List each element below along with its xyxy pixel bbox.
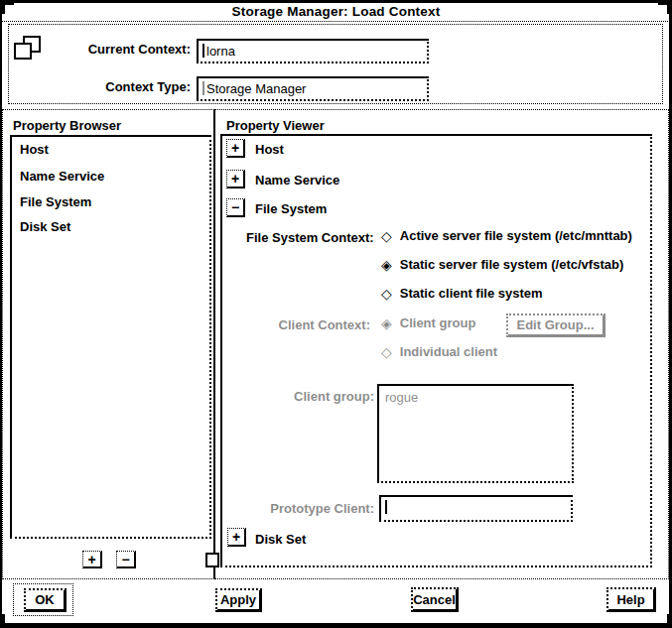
radio-diamond-icon: ◈	[381, 257, 392, 273]
tree-label-file-system[interactable]: File System	[255, 201, 327, 217]
browser-expand-all-button[interactable]: +	[82, 551, 102, 568]
context-type-label: Context Type:	[30, 79, 191, 95]
current-context-input[interactable]: lorna	[197, 39, 429, 63]
help-button[interactable]: Help	[606, 587, 656, 612]
apply-button[interactable]: Apply	[215, 588, 262, 612]
browser-item-host[interactable]: Host	[20, 142, 49, 158]
browser-collapse-all-button[interactable]: −	[116, 551, 136, 568]
text-cursor	[202, 44, 204, 58]
client-group-label: Client group:	[238, 389, 374, 405]
radio-diamond-icon: ◇	[381, 228, 392, 244]
tree-expand-host-button[interactable]: +	[226, 139, 245, 158]
titlebar-separator	[2, 21, 668, 22]
radio-client-group: ◈ Client group	[381, 315, 475, 331]
tree-label-name-service[interactable]: Name Service	[255, 173, 339, 188]
client-context-label: Client Context:	[238, 317, 370, 333]
property-browser-title: Property Browser	[13, 118, 121, 134]
prototype-client-input[interactable]	[379, 495, 573, 522]
prototype-client-label: Prototype Client:	[238, 501, 374, 517]
text-cursor	[202, 81, 204, 95]
window-border-top	[0, 0, 672, 3]
radio-diamond-icon: ◇	[381, 344, 392, 360]
radio-static-client-fs[interactable]: ◇ Static client file system	[381, 286, 543, 302]
current-context-label: Current Context:	[30, 42, 191, 58]
radio-individual-client: ◇ Individual client	[381, 344, 497, 360]
file-system-context-label: File System Context:	[246, 230, 374, 246]
tree-expand-disk-set-button[interactable]: +	[227, 528, 246, 547]
pane-divider	[213, 109, 215, 579]
current-context-value: lorna	[206, 44, 235, 59]
radio-label: Static client file system	[400, 286, 543, 302]
radio-label: Client group	[400, 315, 476, 331]
browser-item-name-service[interactable]: Name Service	[20, 169, 104, 185]
client-group-list: rogue	[377, 384, 574, 483]
radio-diamond-icon: ◇	[381, 286, 392, 302]
ok-button[interactable]: OK	[24, 588, 67, 612]
tree-label-disk-set[interactable]: Disk Set	[255, 532, 306, 548]
window-border-bottom	[0, 623, 672, 628]
cancel-button[interactable]: Cancel	[411, 587, 459, 612]
context-type-input[interactable]: Storage Manager	[197, 76, 429, 101]
browser-item-disk-set[interactable]: Disk Set	[20, 219, 70, 235]
property-viewer-title: Property Viewer	[226, 118, 325, 134]
window-title: Storage Manager: Load Context	[0, 4, 672, 19]
text-cursor	[385, 500, 387, 514]
storage-manager-load-context-window: Storage Manager: Load Context Current Co…	[0, 0, 672, 628]
client-group-value: rogue	[379, 386, 572, 409]
radio-diamond-icon: ◈	[381, 315, 392, 331]
tree-expand-name-service-button[interactable]: +	[226, 170, 245, 188]
radio-static-server-fs[interactable]: ◈ Static server file system (/etc/vfstab…	[381, 257, 623, 273]
radio-label: Static server file system (/etc/vfstab)	[400, 257, 623, 273]
radio-active-server-fs[interactable]: ◇ Active server file system (/etc/mnttab…	[381, 228, 632, 244]
tree-collapse-file-system-button[interactable]: −	[226, 198, 245, 217]
radio-label: Individual client	[400, 344, 497, 360]
context-type-value: Storage Manager	[206, 81, 306, 96]
tree-label-host[interactable]: Host	[255, 142, 284, 158]
pane-sash-handle[interactable]	[205, 553, 219, 567]
edit-group-button: Edit Group...	[506, 314, 605, 337]
browser-item-file-system[interactable]: File System	[20, 194, 91, 210]
radio-label: Active server file system (/etc/mnttab)	[400, 228, 632, 244]
